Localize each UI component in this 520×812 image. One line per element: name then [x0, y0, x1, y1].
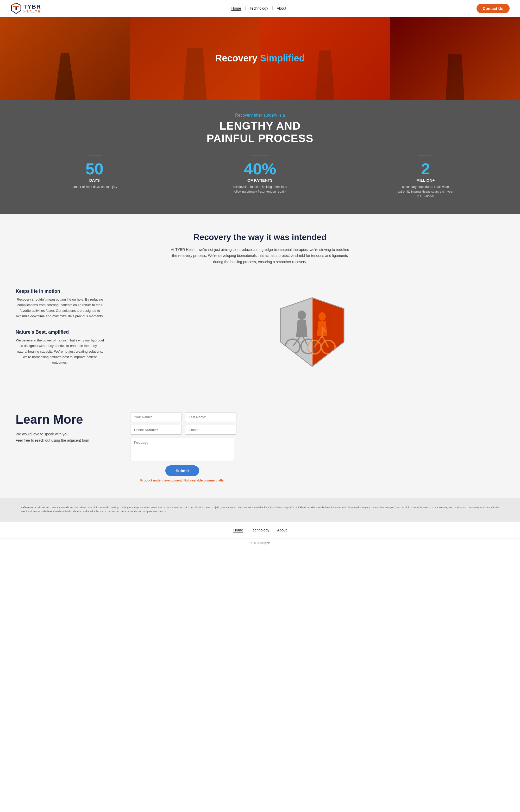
footer-nav-technology[interactable]: Technology	[251, 528, 269, 532]
svg-rect-6	[312, 298, 344, 367]
svg-rect-2	[16, 7, 17, 10]
contact-section: Learn More We would love to speak with y…	[0, 397, 520, 498]
mission-section: Recovery the way it was intended At TYBR…	[0, 214, 520, 283]
feature-1: Keeps life in motion Recovery shouldn't …	[16, 289, 104, 319]
nav-technology[interactable]: Technology	[245, 6, 272, 10]
form-row-name	[130, 412, 234, 422]
contact-left: Learn More We would love to speak with y…	[16, 412, 114, 444]
submit-button[interactable]: Submit	[165, 465, 200, 476]
contact-desc-2: Feel free to reach out using the adjacen…	[16, 437, 114, 444]
svg-point-8	[297, 310, 306, 320]
stat-item-3: 2 MILLION+ secondary procedures to allev…	[346, 155, 504, 198]
stats-title: LENGTHY AND PAINFUL PROCESS	[16, 120, 504, 145]
stat-desc-3: secondary procedures to alleviate extrem…	[397, 185, 454, 198]
references-text: References: 1. Nichols AEC, Best KT, Loi…	[21, 506, 499, 514]
svg-rect-5	[281, 298, 312, 367]
feature-2-title: Nature's Best, amplified	[16, 329, 104, 335]
footer-nav-about[interactable]: About	[277, 528, 287, 532]
stats-grid: 50 DAYS number of work days lost to inju…	[16, 155, 504, 198]
references-heading: References:	[21, 506, 34, 509]
logo-health: HEALTH	[23, 10, 41, 13]
svg-line-3	[11, 3, 16, 5]
hero-panel-1	[0, 17, 130, 100]
stat-divider-2	[252, 155, 268, 156]
stat-divider-3	[418, 155, 433, 156]
form-row-contact	[130, 425, 234, 435]
contact-title: Learn More	[16, 412, 114, 427]
hero-panel-3	[260, 17, 390, 100]
hero-panels	[0, 17, 520, 100]
mission-title: Recovery the way it was intended	[16, 233, 504, 242]
svg-rect-1	[13, 6, 19, 7]
stat-number-1: 50	[16, 161, 174, 177]
stat-label-2: OF PATIENTS	[181, 178, 339, 183]
shield-visual	[278, 296, 346, 369]
message-input[interactable]	[130, 438, 234, 461]
firstname-input[interactable]	[130, 412, 182, 422]
contact-form: Submit Product under development. Not av…	[130, 412, 234, 482]
nav-links: Home Technology About	[227, 6, 290, 10]
features-visual	[120, 296, 504, 369]
stats-subtitle: Recovery after surgery is a	[16, 113, 504, 118]
shield-svg-outline	[278, 296, 346, 369]
stat-label-3: MILLION+	[346, 178, 504, 183]
stat-desc-2: still develop function-limiting adhesion…	[232, 185, 289, 194]
features-section: Keeps life in motion Recovery shouldn't …	[0, 283, 520, 397]
feature-2: Nature's Best, amplified We believe in t…	[16, 329, 104, 366]
hero-section: Recovery Simplified	[0, 17, 520, 100]
nav-home[interactable]: Home	[227, 6, 245, 10]
mission-desc: At TYBR Health, we're not just aiming to…	[169, 247, 351, 265]
nav-about[interactable]: About	[272, 6, 291, 10]
feature-2-desc: We believe in the power of nature. That'…	[16, 337, 104, 366]
stats-section: Recovery after surgery is a LENGTHY AND …	[0, 100, 520, 214]
product-notice: Product under development. Not available…	[130, 479, 234, 482]
hero-panel-4	[390, 17, 520, 100]
stat-number-2: 40%	[181, 161, 339, 177]
phone-input[interactable]	[130, 425, 182, 435]
svg-point-16	[318, 312, 326, 321]
feature-1-desc: Recovery shouldn't mean putting life on …	[16, 297, 104, 319]
references-content: 1. Nichols AEC, Best KT, Loiselle AE. Th…	[21, 506, 499, 513]
stat-label-1: DAYS	[16, 178, 174, 183]
copyright: © 2024 All rights	[250, 541, 270, 544]
hero-panel-2	[130, 17, 260, 100]
bls-link[interactable]: https://www.bls.gov/	[270, 506, 291, 509]
stat-desc-1: number of work days lost to injury¹	[66, 185, 123, 189]
navbar: TYBR HEALTH Home Technology About Contac…	[0, 0, 520, 17]
logo-text: TYBR HEALTH	[23, 4, 41, 13]
references-section: References: 1. Nichols AEC, Best KT, Loi…	[0, 498, 520, 521]
email-input[interactable]	[185, 425, 236, 435]
footer-nav-home[interactable]: Home	[233, 528, 243, 532]
stat-item-2: 40% OF PATIENTS still develop function-l…	[181, 155, 339, 194]
footer-bottom: © 2024 All rights	[0, 539, 520, 550]
contact-button[interactable]: Contact Us	[476, 4, 510, 13]
stat-divider-1	[87, 155, 102, 156]
logo-tybr: TYBR	[23, 4, 41, 10]
logo[interactable]: TYBR HEALTH	[10, 3, 41, 14]
contact-desc-1: We would love to speak with you.	[16, 431, 114, 437]
stat-item-1: 50 DAYS number of work days lost to inju…	[16, 155, 174, 189]
footer-nav: Home Technology About	[0, 521, 520, 539]
feature-1-title: Keeps life in motion	[16, 289, 104, 294]
stat-number-3: 2	[346, 161, 504, 177]
lastname-input[interactable]	[185, 412, 236, 422]
features-text: Keeps life in motion Recovery shouldn't …	[16, 289, 104, 376]
logo-icon	[10, 3, 22, 14]
